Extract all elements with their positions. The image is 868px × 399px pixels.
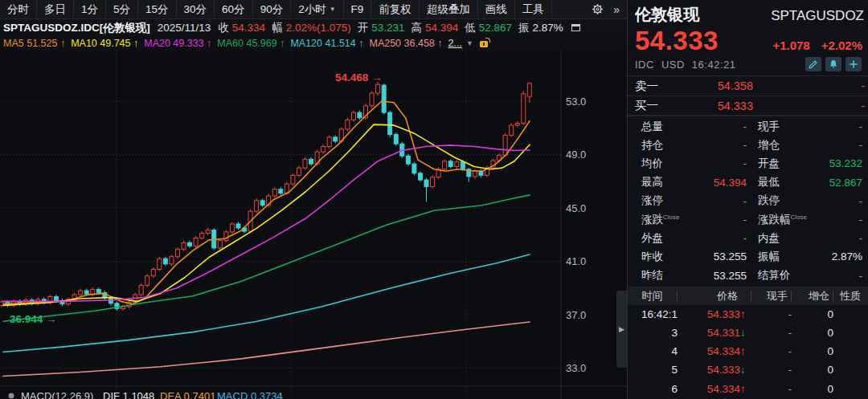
stat-label-增仓: 增仓 bbox=[747, 138, 817, 153]
stat-label-结算价: 结算价 bbox=[747, 268, 817, 283]
info-field-低: 低52.867 bbox=[465, 22, 512, 34]
info-field-label: 低 bbox=[465, 22, 476, 34]
candle-body bbox=[218, 241, 222, 248]
date-label: 2025/11/13 bbox=[158, 22, 211, 34]
ma-legend-MA5: MA5 51.525 ↑ bbox=[3, 38, 65, 49]
candlestick-chart[interactable]: 53.049.045.041.037.033.054.468 →36.944 →… bbox=[0, 50, 627, 399]
ask-label: 卖一 bbox=[635, 79, 677, 94]
chevron-down-icon[interactable]: ▼ bbox=[330, 6, 336, 13]
candle-body bbox=[54, 297, 58, 301]
stat-label-sup: Close bbox=[791, 213, 807, 220]
ma-more-link[interactable]: 2... bbox=[448, 38, 462, 49]
instrument-symbol: SPTAGUSDOZ bbox=[706, 8, 864, 24]
candle-body bbox=[206, 230, 210, 233]
candle-body bbox=[503, 135, 507, 155]
tick-open-interest: 0 bbox=[792, 345, 833, 357]
stat-label-sup: Close bbox=[663, 213, 679, 220]
candle-body bbox=[91, 289, 95, 294]
candle-body bbox=[418, 173, 422, 180]
ask-row[interactable]: 卖一 54.358 - bbox=[628, 75, 868, 96]
y-axis-label: 45.0 bbox=[566, 202, 586, 214]
ask-size: - bbox=[861, 79, 865, 92]
ma-dropdown-caret[interactable]: ▼ bbox=[466, 39, 473, 47]
candle-body bbox=[297, 168, 301, 175]
candle-body bbox=[158, 259, 162, 269]
stats-row: 昨结53.255结算价- bbox=[628, 267, 868, 285]
toolbar-item-分时[interactable]: 分时 bbox=[0, 0, 37, 18]
toolbar-item-5分[interactable]: 5分 bbox=[106, 0, 138, 18]
toolbar-item-label: 90分 bbox=[260, 2, 284, 17]
toolbar-item-多日[interactable]: 多日 bbox=[37, 0, 74, 18]
tick-volume: - bbox=[751, 383, 792, 395]
candle-body bbox=[394, 135, 398, 145]
tick-table[interactable]: 时间价格现手增仓性质 16:42:154.333↑-0354.331↓-0454… bbox=[628, 287, 868, 399]
tick-open-interest: 0 bbox=[792, 327, 833, 339]
toolbar-item-画线[interactable]: 画线 bbox=[478, 0, 515, 18]
arrow-up-icon: ↑ bbox=[740, 383, 750, 395]
tick-table-header: 时间价格现手增仓性质 bbox=[628, 287, 868, 305]
ma-legend-MA250: MA250 36.458 ↑ bbox=[369, 38, 442, 49]
tick-volume: - bbox=[751, 345, 792, 357]
stat-value-涨跌幅: - bbox=[817, 214, 868, 226]
add-to-watchlist-icon[interactable] bbox=[845, 57, 862, 71]
tick-row: 654.334↑-0 bbox=[628, 379, 868, 397]
info-field-value: 53.231 bbox=[371, 22, 404, 34]
info-field-label: 开 bbox=[358, 22, 369, 34]
toolbar-item-1分[interactable]: 1分 bbox=[74, 0, 106, 18]
tick-header-价格: 价格 bbox=[678, 291, 751, 302]
y-axis-label: 33.0 bbox=[566, 362, 586, 374]
info-field-开: 开53.231 bbox=[358, 22, 405, 34]
info-field-label: 振 bbox=[518, 22, 530, 34]
panel-collapse-handle[interactable]: ▶ bbox=[616, 291, 627, 368]
quote-time: 16:42:21 bbox=[692, 59, 736, 71]
candle-body bbox=[170, 257, 174, 264]
toolbar-item-F9[interactable]: F9 bbox=[344, 0, 372, 18]
toolbar-item-90分[interactable]: 90分 bbox=[253, 0, 292, 18]
tick-price-value: 54.333 bbox=[707, 308, 740, 320]
toolbar-item-2小时[interactable]: 2小时▼ bbox=[291, 0, 343, 18]
app-window: 分时多日1分5分15分30分60分90分2小时▼F9前复权超级叠加画线工具» S… bbox=[0, 0, 868, 399]
edit-icon[interactable] bbox=[805, 57, 821, 71]
stat-value-持仓: - bbox=[697, 139, 747, 151]
ma-legend-MA20: MA20 49.333 ↑ bbox=[144, 38, 211, 49]
stats-row: 涨跌Close-涨跌幅Close- bbox=[628, 210, 868, 229]
bid-row[interactable]: 买一 54.333 - bbox=[628, 96, 868, 116]
period-toolbar: 分时多日1分5分15分30分60分90分2小时▼F9前复权超级叠加画线工具» bbox=[0, 0, 627, 19]
candle-body bbox=[527, 83, 531, 96]
stat-value-昨收: 53.255 bbox=[697, 250, 747, 263]
candle-body bbox=[309, 159, 313, 164]
tick-row: 354.331↓-0 bbox=[628, 324, 868, 342]
toolbar-item-超级叠加[interactable]: 超级叠加 bbox=[420, 0, 478, 18]
lock-icon[interactable] bbox=[480, 38, 490, 48]
stat-label-总量: 总量 bbox=[628, 120, 697, 134]
toolbar-item-前复权[interactable]: 前复权 bbox=[371, 0, 420, 18]
candle-body bbox=[510, 125, 514, 135]
toolbar-item-30分[interactable]: 30分 bbox=[177, 0, 215, 18]
ma-legend-MA120: MA120 41.514 ↑ bbox=[290, 38, 363, 49]
popup-window-icon[interactable] bbox=[571, 24, 580, 31]
toolbar-item-60分[interactable]: 60分 bbox=[215, 0, 253, 18]
candle-body bbox=[412, 164, 416, 173]
arrow-down-icon: ↓ bbox=[740, 364, 750, 376]
info-field-label: 收 bbox=[218, 22, 229, 34]
toolbar-more-icon[interactable]: » bbox=[610, 0, 627, 18]
alert-bell-icon[interactable] bbox=[825, 57, 841, 71]
toolbar-item-label: 画线 bbox=[485, 2, 507, 17]
candle-body bbox=[473, 171, 477, 177]
price-annotation: 54.468 → bbox=[335, 71, 383, 83]
toolbar-item-工具[interactable]: 工具 bbox=[515, 0, 552, 18]
bid-label: 买一 bbox=[635, 98, 677, 113]
tick-price: 54.333↓ bbox=[678, 364, 751, 376]
info-field-幅: 幅2.02%(1.075) bbox=[272, 22, 351, 34]
toolbar-item-15分[interactable]: 15分 bbox=[138, 0, 177, 18]
chart-canvas[interactable]: 53.049.045.041.037.033.054.468 →36.944 →… bbox=[0, 50, 627, 399]
stats-row: 持仓-增仓- bbox=[628, 136, 868, 154]
toolbar-item-label: 分时 bbox=[7, 2, 29, 17]
y-axis-label: 49.0 bbox=[566, 149, 586, 161]
macd-dot-icon bbox=[9, 393, 14, 399]
settings-gear-icon[interactable] bbox=[585, 0, 610, 18]
stat-value-开盘: 53.232 bbox=[817, 157, 868, 169]
stat-value-最高: 54.394 bbox=[697, 177, 747, 189]
stat-label-开盘: 开盘 bbox=[747, 157, 817, 171]
tick-header-性质: 性质 bbox=[833, 291, 868, 302]
